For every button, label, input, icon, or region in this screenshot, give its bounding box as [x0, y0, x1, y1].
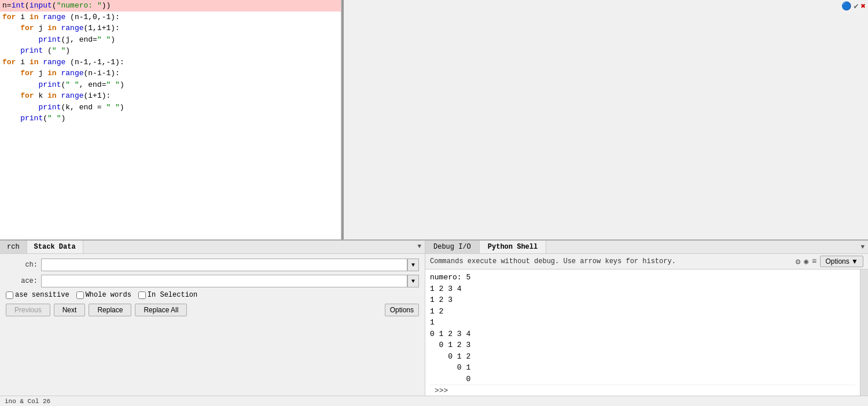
options-dropdown-button[interactable]: Options	[385, 304, 419, 316]
code-line: print(" ", end=" ")	[0, 79, 341, 91]
search-input[interactable]	[41, 259, 407, 271]
in-selection-label[interactable]: In Selection	[138, 291, 197, 299]
code-line: for k in range(i+1):	[0, 90, 341, 102]
search-dropdown-btn[interactable]: ▼	[407, 259, 419, 271]
editor-area: n=int(input("numero: ")) for i in range …	[0, 0, 868, 239]
debug-panel-dropdown[interactable]: ▼	[857, 241, 868, 253]
code-line: for i in range (n-1,-1,-1):	[0, 57, 341, 68]
code-line: print(k, end = " ")	[0, 102, 341, 113]
code-line: for j in range(n-i-1):	[0, 68, 341, 79]
code-line: print(j, end=" ")	[0, 34, 341, 46]
output-line: 1 2 3	[430, 294, 855, 306]
code-panel[interactable]: n=int(input("numero: ")) for i in range …	[0, 0, 341, 239]
search-panel: rch Stack Data ▼ ch: ▼ ace: ▼ ase sens	[0, 241, 425, 396]
tab-debug-io[interactable]: Debug I/O	[425, 241, 480, 253]
tab-stack-data[interactable]: Stack Data	[27, 241, 83, 253]
output-line: 0 1 2 3 4	[430, 329, 855, 340]
eye-icon[interactable]: ◉	[804, 257, 808, 266]
window-controls: 🔵 ✔ ✖	[841, 1, 866, 11]
code-line-highlighted: n=int(input("numero: "))	[0, 0, 341, 12]
panel-dropdown[interactable]: ▼	[414, 241, 425, 253]
shell-options-button[interactable]: Options ▼	[820, 256, 863, 267]
output-line: 1 2	[430, 306, 855, 318]
previous-button[interactable]: Previous	[6, 304, 50, 316]
close-button[interactable]: ✖	[861, 1, 866, 11]
replace-input[interactable]	[41, 275, 407, 287]
code-line: print (" ")	[0, 45, 341, 57]
tab-python-shell[interactable]: Python Shell	[480, 241, 546, 253]
check-button[interactable]: ✔	[854, 1, 858, 11]
shell-prompt: >>>	[430, 385, 855, 396]
options-row: ase sensitive Whole words In Selection	[6, 291, 419, 299]
output-line: 0 1	[430, 362, 855, 374]
status-bar: ino & Col 26	[0, 396, 868, 406]
code-line: for j in range(1,i+1):	[0, 23, 341, 34]
search-row: ch: ▼	[6, 259, 419, 271]
code-line: for i in range (n-1,0,-1):	[0, 12, 341, 23]
shell-info: Commands execute without debug. Use arro…	[430, 257, 792, 265]
replace-row: ace: ▼	[6, 275, 419, 287]
shell-output: numero: 5 1 2 3 4 1 2 3 1 2 1 0 1 2 3 4 …	[425, 270, 860, 396]
prompt-symbol: >>>	[435, 386, 448, 395]
debug-panel: Debug I/O Python Shell ▼ Commands execut…	[425, 241, 868, 396]
search-content: ch: ▼ ace: ▼ ase sensitive Whole words	[0, 254, 425, 396]
case-sensitive-label[interactable]: ase sensitive	[6, 291, 69, 299]
output-line: 0 1 2 3	[430, 339, 855, 351]
shell-scrollbar[interactable]	[860, 270, 868, 396]
shell-toolbar: Commands execute without debug. Use arro…	[425, 254, 868, 270]
output-line: 0	[430, 374, 855, 385]
next-button[interactable]: Next	[54, 304, 86, 316]
gear-icon[interactable]: ⚙	[796, 257, 800, 267]
whole-words-checkbox[interactable]	[76, 291, 84, 299]
case-sensitive-checkbox[interactable]	[6, 291, 13, 299]
search-label: ch:	[6, 261, 38, 269]
list-icon[interactable]: ≡	[812, 257, 816, 266]
right-panel	[344, 0, 868, 239]
output-line: numero: 5	[430, 272, 855, 283]
whole-words-label[interactable]: Whole words	[76, 291, 131, 299]
code-line: print(" ")	[0, 113, 341, 124]
replace-all-button[interactable]: Replace All	[135, 304, 187, 316]
debug-tabs: Debug I/O Python Shell ▼	[425, 241, 868, 254]
tab-search[interactable]: rch	[0, 241, 27, 253]
replace-button[interactable]: Replace	[89, 304, 131, 316]
output-line: 1	[430, 317, 855, 329]
in-selection-checkbox[interactable]	[138, 291, 146, 299]
pin-button[interactable]: 🔵	[841, 1, 851, 11]
replace-dropdown-btn[interactable]: ▼	[407, 275, 419, 287]
output-line: 0 1 2	[430, 351, 855, 363]
bottom-area: rch Stack Data ▼ ch: ▼ ace: ▼ ase sens	[0, 239, 868, 396]
output-line: 1 2 3 4	[430, 283, 855, 295]
buttons-row: Previous Next Replace Replace All Option…	[6, 304, 419, 316]
search-tabs: rch Stack Data ▼	[0, 241, 425, 254]
replace-label: ace:	[6, 277, 38, 285]
status-text: ino & Col 26	[5, 398, 50, 405]
